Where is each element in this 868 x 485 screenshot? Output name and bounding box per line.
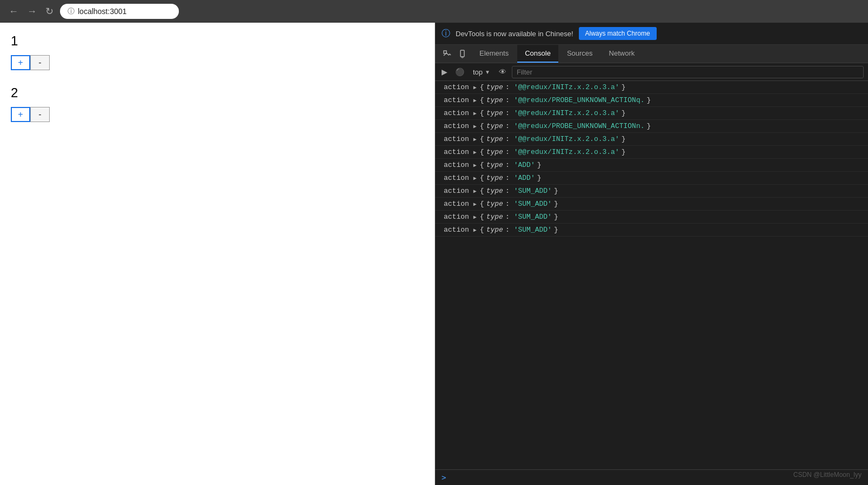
console-log-entry: action ▶ { type : '@@redux/INITz.x.2.o.3… [435, 146, 868, 159]
console-log-entry: action ▶ { type : 'SUM_ADD' } [435, 198, 868, 211]
forward-button[interactable]: → [25, 4, 39, 19]
device-toolbar-icon[interactable] [456, 45, 471, 63]
log-type-value: 'SUM_ADD' [514, 200, 552, 208]
log-expand-arrow[interactable]: ▶ [473, 188, 477, 194]
reload-button[interactable]: ↻ [43, 3, 56, 19]
browser-bar: ← → ↻ ⓘ localhost:3001 [0, 0, 868, 23]
log-expand-arrow[interactable]: ▶ [473, 97, 477, 104]
watermark: CSDN @LittleMoon_lyy [793, 471, 862, 479]
tab-console[interactable]: Console [517, 45, 558, 63]
log-expand-arrow[interactable]: ▶ [473, 227, 477, 233]
inspect-element-icon[interactable] [439, 45, 455, 63]
back-button[interactable]: ← [6, 4, 21, 19]
log-type-value: 'ADD' [514, 161, 535, 169]
log-type-value: '@@redux/PROBE_UNKNOWN_ACTIONq. [514, 96, 645, 104]
counter2-buttons: + - [11, 107, 424, 122]
svg-rect-1 [460, 50, 464, 57]
console-log-entry: action ▶ { type : 'SUM_ADD' } [435, 224, 868, 237]
counter1-increment-button[interactable]: + [11, 55, 30, 70]
filter-input[interactable] [512, 66, 864, 78]
devtools-panel: ⓘ DevTools is now available in Chinese! … [435, 23, 868, 485]
tab-network[interactable]: Network [602, 45, 643, 63]
log-expand-arrow[interactable]: ▶ [473, 110, 477, 117]
address-bar[interactable]: ⓘ localhost:3001 [60, 4, 179, 19]
url-text: localhost:3001 [78, 7, 126, 16]
log-expand-arrow[interactable]: ▶ [473, 201, 477, 207]
console-prompt-icon: > [442, 473, 446, 482]
run-code-icon[interactable]: ▶ [439, 65, 450, 78]
console-log: action ▶ { type : '@@redux/INITz.x.2.o.3… [435, 81, 868, 469]
info-icon: ⓘ [68, 6, 75, 16]
console-log-entry: action ▶ { type : 'ADD' } [435, 172, 868, 185]
log-type-value: '@@redux/INITz.x.2.o.3.a' [514, 135, 619, 143]
log-expand-arrow[interactable]: ▶ [473, 175, 477, 181]
log-label: action [444, 226, 469, 234]
log-type-value: '@@redux/PROBE_UNKNOWN_ACTIONn. [514, 122, 645, 130]
log-label: action [444, 148, 469, 156]
log-label: action [444, 135, 469, 143]
log-type-value: 'SUM_ADD' [514, 213, 552, 221]
counter1-decrement-button[interactable]: - [30, 55, 50, 70]
counter2-decrement-button[interactable]: - [30, 107, 50, 122]
console-log-entry: action ▶ { type : '@@redux/INITz.x.2.o.3… [435, 107, 868, 120]
console-log-entry: action ▶ { type : '@@redux/PROBE_UNKNOWN… [435, 120, 868, 133]
log-label: action [444, 83, 469, 91]
counter1-buttons: + - [11, 55, 424, 70]
console-toolbar: ▶ ⚫ top ▼ 👁 [435, 63, 868, 81]
tab-elements[interactable]: Elements [472, 45, 516, 63]
console-log-entry: action ▶ { type : 'ADD' } [435, 159, 868, 172]
log-label: action [444, 174, 469, 182]
devtools-notification: ⓘ DevTools is now available in Chinese! … [435, 23, 868, 45]
devtools-tabs: Elements Console Sources Network [435, 45, 868, 63]
log-expand-arrow[interactable]: ▶ [473, 123, 477, 130]
log-label: action [444, 96, 469, 104]
log-type-value: 'SUM_ADD' [514, 226, 552, 234]
svg-rect-2 [462, 57, 463, 58]
main-layout: 1 + - 2 + - ⓘ DevTools is now available … [0, 23, 868, 485]
log-label: action [444, 122, 469, 130]
log-expand-arrow[interactable]: ▶ [473, 136, 477, 143]
clear-console-icon[interactable]: ⚫ [453, 65, 466, 78]
log-type-value: '@@redux/INITz.x.2.o.3.a' [514, 148, 619, 156]
log-expand-arrow[interactable]: ▶ [473, 214, 477, 220]
log-type-value: '@@redux/INITz.x.2.o.3.a' [514, 83, 619, 91]
log-label: action [444, 161, 469, 169]
counter2-value: 2 [11, 85, 424, 100]
always-match-chrome-button[interactable]: Always match Chrome [579, 27, 657, 40]
log-label: action [444, 213, 469, 221]
counter1-value: 1 [11, 33, 424, 49]
console-log-entry: action ▶ { type : '@@redux/INITz.x.2.o.3… [435, 133, 868, 146]
log-label: action [444, 109, 469, 117]
log-label: action [444, 200, 469, 208]
live-expressions-icon[interactable]: 👁 [497, 65, 509, 78]
notification-text: DevTools is now available in Chinese! [456, 30, 573, 38]
notification-info-icon: ⓘ [442, 28, 450, 39]
log-expand-arrow[interactable]: ▶ [473, 149, 477, 156]
chevron-down-icon: ▼ [485, 69, 490, 75]
log-type-value: 'ADD' [514, 174, 535, 182]
console-log-entry: action ▶ { type : '@@redux/PROBE_UNKNOWN… [435, 94, 868, 107]
log-label: action [444, 187, 469, 195]
tab-sources[interactable]: Sources [559, 45, 600, 63]
console-log-entry: action ▶ { type : '@@redux/INITz.x.2.o.3… [435, 81, 868, 94]
log-type-value: '@@redux/INITz.x.2.o.3.a' [514, 109, 619, 117]
log-type-value: 'SUM_ADD' [514, 187, 552, 195]
log-expand-arrow[interactable]: ▶ [473, 84, 477, 91]
context-selector[interactable]: top ▼ [470, 67, 493, 77]
console-log-entry: action ▶ { type : 'SUM_ADD' } [435, 211, 868, 224]
top-label: top [473, 68, 483, 76]
log-expand-arrow[interactable]: ▶ [473, 162, 477, 169]
counter2-increment-button[interactable]: + [11, 107, 30, 122]
app-panel: 1 + - 2 + - [0, 23, 435, 485]
console-log-entry: action ▶ { type : 'SUM_ADD' } [435, 185, 868, 198]
